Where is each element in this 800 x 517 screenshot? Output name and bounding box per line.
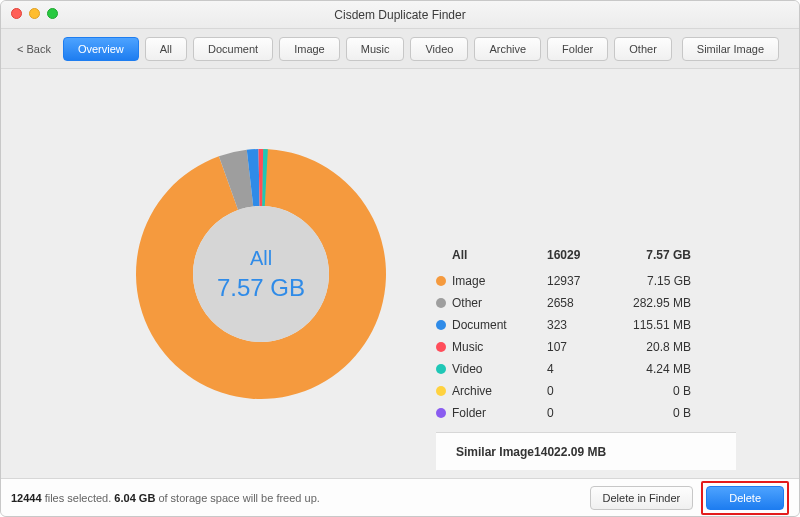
legend-dot-icon bbox=[436, 276, 446, 286]
window-controls bbox=[11, 8, 58, 19]
back-button[interactable]: < Back bbox=[11, 39, 57, 59]
tab-image[interactable]: Image bbox=[279, 37, 340, 61]
legend-count: 2658 bbox=[547, 296, 607, 310]
tab-music[interactable]: Music bbox=[346, 37, 405, 61]
legend-size: 0 B bbox=[607, 384, 697, 398]
legend-count: 323 bbox=[547, 318, 607, 332]
legend-name: Image bbox=[452, 274, 547, 288]
legend-row-video[interactable]: Video44.24 MB bbox=[436, 358, 736, 380]
donut-center-value: 7.57 GB bbox=[217, 274, 305, 302]
legend-count: 0 bbox=[547, 384, 607, 398]
footer: 12444 files selected. 6.04 GB of storage… bbox=[1, 478, 799, 516]
legend-count: 107 bbox=[547, 340, 607, 354]
legend-similar-size: 22.09 MB bbox=[554, 445, 612, 459]
status-freed-size: 6.04 GB bbox=[114, 492, 155, 504]
maximize-icon[interactable] bbox=[47, 8, 58, 19]
legend-dot-icon bbox=[436, 408, 446, 418]
legend-name: Document bbox=[452, 318, 547, 332]
delete-button[interactable]: Delete bbox=[706, 486, 784, 510]
toolbar: < Back Overview All Document Image Music… bbox=[1, 29, 799, 69]
legend-header-label: All bbox=[452, 248, 547, 262]
legend-size: 20.8 MB bbox=[607, 340, 697, 354]
legend-size: 4.24 MB bbox=[607, 362, 697, 376]
legend-row-music[interactable]: Music10720.8 MB bbox=[436, 336, 736, 358]
legend-size: 0 B bbox=[607, 406, 697, 420]
legend-dot-icon bbox=[436, 298, 446, 308]
tab-folder[interactable]: Folder bbox=[547, 37, 608, 61]
legend-table: All 16029 7.57 GB Image129377.15 GBOther… bbox=[436, 244, 736, 470]
legend-row-archive[interactable]: Archive00 B bbox=[436, 380, 736, 402]
legend-dot-icon bbox=[436, 364, 446, 374]
titlebar: Cisdem Duplicate Finder bbox=[1, 1, 799, 29]
tab-video[interactable]: Video bbox=[410, 37, 468, 61]
tab-other[interactable]: Other bbox=[614, 37, 672, 61]
legend-count: 12937 bbox=[547, 274, 607, 288]
legend-dot-icon bbox=[436, 320, 446, 330]
legend-size: 282.95 MB bbox=[607, 296, 697, 310]
content-area: All 7.57 GB All 16029 7.57 GB Image12937… bbox=[1, 69, 799, 478]
tab-all[interactable]: All bbox=[145, 37, 187, 61]
tab-similar-image[interactable]: Similar Image bbox=[682, 37, 779, 61]
status-text: 12444 files selected. 6.04 GB of storage… bbox=[11, 492, 320, 504]
legend-name: Folder bbox=[452, 406, 547, 420]
status-selected-count: 12444 bbox=[11, 492, 42, 504]
window-title: Cisdem Duplicate Finder bbox=[334, 8, 465, 22]
legend-header-count: 16029 bbox=[547, 248, 607, 262]
legend-header: All 16029 7.57 GB bbox=[436, 244, 736, 266]
legend-size: 115.51 MB bbox=[607, 318, 697, 332]
tab-archive[interactable]: Archive bbox=[474, 37, 541, 61]
legend-dot-icon bbox=[436, 386, 446, 396]
legend-name: Video bbox=[452, 362, 547, 376]
legend-count: 0 bbox=[547, 406, 607, 420]
donut-chart: All 7.57 GB bbox=[131, 144, 391, 404]
delete-in-finder-button[interactable]: Delete in Finder bbox=[590, 486, 694, 510]
legend-row-image[interactable]: Image129377.15 GB bbox=[436, 270, 736, 292]
donut-center-label: All bbox=[217, 247, 305, 270]
delete-highlight: Delete bbox=[701, 481, 789, 515]
tab-document[interactable]: Document bbox=[193, 37, 273, 61]
app-window: Cisdem Duplicate Finder < Back Overview … bbox=[0, 0, 800, 517]
legend-row-other[interactable]: Other2658282.95 MB bbox=[436, 292, 736, 314]
tab-overview[interactable]: Overview bbox=[63, 37, 139, 61]
legend-row-folder[interactable]: Folder00 B bbox=[436, 402, 736, 424]
legend-name: Archive bbox=[452, 384, 547, 398]
legend-size: 7.15 GB bbox=[607, 274, 697, 288]
donut-center: All 7.57 GB bbox=[217, 247, 305, 302]
legend-dot-icon bbox=[436, 342, 446, 352]
close-icon[interactable] bbox=[11, 8, 22, 19]
minimize-icon[interactable] bbox=[29, 8, 40, 19]
legend-similar-count: 140 bbox=[534, 445, 554, 459]
legend-name: Other bbox=[452, 296, 547, 310]
legend-similar-label: Similar Image bbox=[456, 445, 534, 459]
legend-similar: Similar Image 140 22.09 MB bbox=[436, 432, 736, 470]
legend-name: Music bbox=[452, 340, 547, 354]
legend-header-size: 7.57 GB bbox=[607, 248, 697, 262]
legend-row-document[interactable]: Document323115.51 MB bbox=[436, 314, 736, 336]
legend-count: 4 bbox=[547, 362, 607, 376]
